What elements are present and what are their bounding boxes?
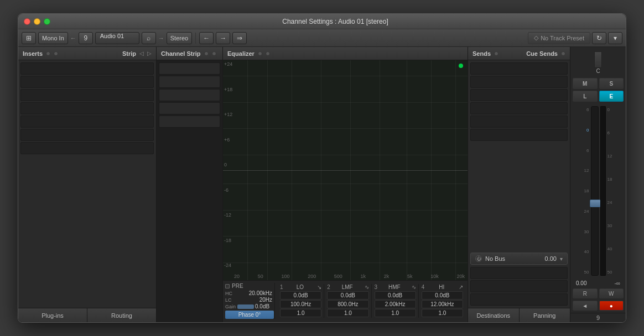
nav-right-button[interactable]: → — [216, 32, 230, 44]
mute-button[interactable]: M — [573, 78, 598, 89]
refresh-icon: ↻ — [596, 34, 602, 42]
mute-icon-button[interactable]: ◄ — [573, 301, 598, 311]
center-panel: Channel Strip Equalizer — [157, 47, 468, 322]
cs-slot-3[interactable] — [159, 89, 220, 101]
fader-track[interactable] — [591, 106, 599, 276]
band2-q[interactable]: 1.0 — [327, 309, 368, 317]
meter-track — [600, 106, 606, 276]
refresh-button[interactable]: ↻ — [592, 32, 606, 44]
dual-arrow-icon: ⇒ — [237, 34, 242, 42]
cue-sends-title: Cue Sends — [526, 50, 558, 57]
no-bus-power-button[interactable]: ⏻ — [475, 255, 482, 262]
band4-freq[interactable]: 12.00kHz — [422, 300, 463, 308]
insert-slot-3[interactable] — [20, 89, 154, 101]
l-button[interactable]: L — [573, 91, 598, 102]
channel-top: C M S L E — [570, 47, 626, 104]
input-selector[interactable]: Mono In — [38, 32, 68, 44]
no-bus-label: No Bus — [485, 255, 542, 262]
search-icon: ⌕ — [147, 34, 150, 42]
arrow-right-icon: → — [158, 35, 164, 41]
inserts-dot-2[interactable] — [54, 51, 58, 56]
band3-icon: ∿ — [412, 284, 416, 290]
channel-btn-row-1: M S — [573, 78, 624, 89]
band1-gain[interactable]: 0.0dB — [280, 291, 321, 300]
send-slot-3[interactable] — [470, 89, 568, 101]
window-title: Channel Settings : Audio 01 [stereo] — [50, 18, 620, 25]
band3-freq[interactable]: 2.00kHz — [375, 300, 416, 308]
cs-slot-2[interactable] — [159, 76, 220, 88]
track-number-btn[interactable]: 9 — [79, 32, 93, 44]
send-slot-6[interactable] — [470, 129, 568, 141]
send-slot-8[interactable] — [470, 280, 568, 292]
insert-slot-1[interactable] — [20, 62, 154, 75]
phase-button[interactable]: Phase 0° — [225, 311, 274, 319]
dual-arrow-button[interactable]: ⇒ — [232, 32, 247, 44]
cs-slot-1[interactable] — [159, 62, 220, 75]
no-bus-dropdown-icon[interactable]: ▾ — [560, 256, 563, 262]
destinations-button[interactable]: Destinations — [468, 308, 520, 322]
minimize-button[interactable] — [34, 18, 40, 25]
w-button[interactable]: W — [599, 288, 624, 298]
grid-icon: ⊞ — [26, 34, 32, 42]
fader-value: 0.00 — [575, 279, 588, 287]
band2-freq[interactable]: 800.0Hz — [327, 300, 368, 308]
send-slot-1[interactable] — [470, 62, 568, 75]
sends-area-2 — [468, 267, 570, 308]
panning-button[interactable]: Panning — [520, 308, 570, 322]
close-button[interactable] — [24, 18, 30, 25]
band1-freq[interactable]: 100.0Hz — [280, 300, 321, 308]
band4-q[interactable]: 1.0 — [422, 309, 463, 317]
routing-button[interactable]: Routing — [87, 308, 156, 322]
eq-pre-checkbox[interactable] — [225, 284, 230, 288]
send-slot-9[interactable] — [470, 293, 568, 306]
strip-right-arrow[interactable]: ▷ — [147, 50, 152, 56]
sends-dot[interactable] — [494, 51, 498, 56]
eq-controls-row: PRE HC 20.00kHz LC 20Hz — [225, 283, 465, 319]
cs-dot-2[interactable] — [212, 51, 216, 56]
r-button[interactable]: R — [573, 288, 598, 298]
equalizer-header: Equalizer — [223, 47, 468, 60]
cs-dot-1[interactable] — [204, 51, 209, 56]
maximize-button[interactable] — [44, 18, 50, 25]
preset-button[interactable]: ◇ No Track Preset — [528, 32, 590, 44]
band3-q[interactable]: 1.0 — [375, 309, 416, 317]
preset-dropdown-button[interactable]: ▾ — [608, 32, 622, 44]
band4-gain[interactable]: 0.0dB — [422, 291, 463, 300]
search-button[interactable]: ⌕ — [142, 32, 156, 44]
send-slot-7[interactable] — [470, 267, 568, 279]
send-slot-4[interactable] — [470, 102, 568, 114]
insert-slot-4[interactable] — [20, 102, 154, 114]
fader-thumb[interactable] — [590, 200, 601, 207]
send-slot-2[interactable] — [470, 76, 568, 88]
band2-gain[interactable]: 0.0dB — [327, 291, 368, 300]
eq-dot-1[interactable] — [258, 51, 262, 56]
eq-gain-slider[interactable] — [237, 305, 254, 309]
band1-q[interactable]: 1.0 — [280, 309, 321, 317]
inserts-dot-1[interactable] — [46, 51, 50, 56]
channel-strip-title: Channel Strip — [161, 50, 201, 57]
insert-slot-7[interactable] — [20, 142, 154, 154]
rec-button[interactable]: ● — [599, 301, 624, 311]
insert-slot-2[interactable] — [20, 76, 154, 88]
insert-slot-6[interactable] — [20, 129, 154, 141]
grid-button[interactable]: ⊞ — [22, 32, 36, 44]
rw-buttons: R W — [570, 288, 626, 301]
eq-dot-2[interactable] — [266, 51, 270, 56]
plugins-button[interactable]: Plug-ins — [18, 308, 87, 322]
track-name-button[interactable]: Audio 01 — [95, 32, 139, 44]
dropdown-icon: ▾ — [614, 34, 617, 42]
equalizer-panel: Equalizer — [223, 47, 468, 322]
center-top: Channel Strip Equalizer — [157, 47, 468, 322]
strip-left-arrow[interactable]: ◁ — [139, 50, 144, 56]
nav-left-button[interactable]: ← — [199, 32, 214, 44]
insert-slot-5[interactable] — [20, 116, 154, 128]
solo-button[interactable]: S — [599, 78, 624, 89]
cue-sends-dot[interactable] — [561, 51, 565, 56]
send-slot-5[interactable] — [470, 116, 568, 128]
eq-band-2: 2 LMF ∿ 0.0dB 800.0Hz 1.0 — [325, 284, 371, 318]
band3-gain[interactable]: 0.0dB — [375, 291, 416, 300]
cs-slot-4[interactable] — [159, 102, 220, 114]
cs-slot-5[interactable] — [159, 116, 220, 128]
output-selector[interactable]: Stereo — [167, 32, 192, 44]
e-button[interactable]: E — [599, 91, 624, 102]
